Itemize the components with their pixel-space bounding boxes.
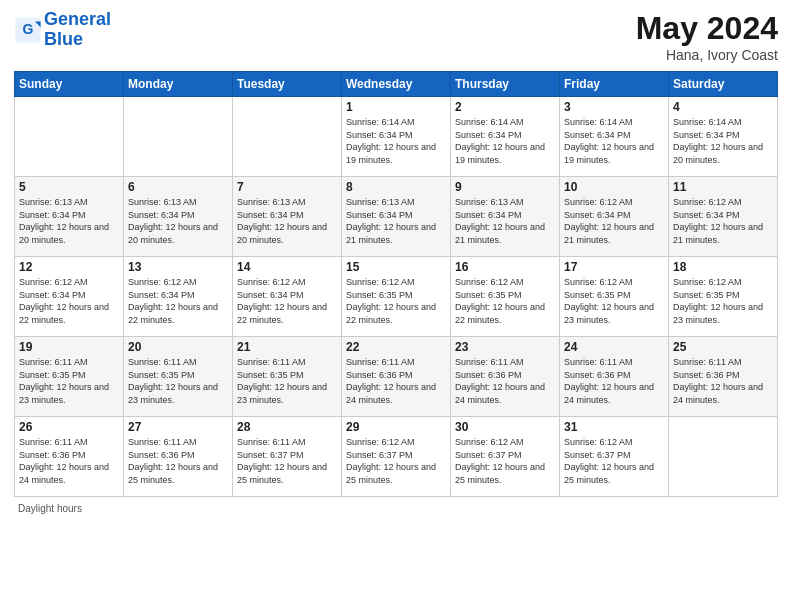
day-number: 20 (128, 340, 228, 354)
day-number: 25 (673, 340, 773, 354)
header: G General Blue May 2024 Hana, Ivory Coas… (14, 10, 778, 63)
day-cell: 16Sunrise: 6:12 AMSunset: 6:35 PMDayligh… (451, 257, 560, 337)
day-cell: 13Sunrise: 6:12 AMSunset: 6:34 PMDayligh… (124, 257, 233, 337)
day-number: 10 (564, 180, 664, 194)
day-number: 19 (19, 340, 119, 354)
day-number: 17 (564, 260, 664, 274)
day-info: Sunrise: 6:11 AMSunset: 6:35 PMDaylight:… (237, 356, 337, 406)
day-number: 12 (19, 260, 119, 274)
main-title: May 2024 (636, 10, 778, 47)
day-number: 14 (237, 260, 337, 274)
logo-general: General (44, 9, 111, 29)
day-info: Sunrise: 6:12 AMSunset: 6:34 PMDaylight:… (237, 276, 337, 326)
day-cell: 27Sunrise: 6:11 AMSunset: 6:36 PMDayligh… (124, 417, 233, 497)
day-cell: 4Sunrise: 6:14 AMSunset: 6:34 PMDaylight… (669, 97, 778, 177)
day-info: Sunrise: 6:12 AMSunset: 6:34 PMDaylight:… (564, 196, 664, 246)
day-cell: 8Sunrise: 6:13 AMSunset: 6:34 PMDaylight… (342, 177, 451, 257)
day-info: Sunrise: 6:12 AMSunset: 6:34 PMDaylight:… (128, 276, 228, 326)
calendar-table: SundayMondayTuesdayWednesdayThursdayFrid… (14, 71, 778, 497)
day-number: 18 (673, 260, 773, 274)
day-number: 30 (455, 420, 555, 434)
day-cell: 23Sunrise: 6:11 AMSunset: 6:36 PMDayligh… (451, 337, 560, 417)
day-number: 13 (128, 260, 228, 274)
day-info: Sunrise: 6:11 AMSunset: 6:36 PMDaylight:… (19, 436, 119, 486)
day-cell: 30Sunrise: 6:12 AMSunset: 6:37 PMDayligh… (451, 417, 560, 497)
day-cell: 21Sunrise: 6:11 AMSunset: 6:35 PMDayligh… (233, 337, 342, 417)
day-cell: 28Sunrise: 6:11 AMSunset: 6:37 PMDayligh… (233, 417, 342, 497)
day-cell (15, 97, 124, 177)
day-cell: 17Sunrise: 6:12 AMSunset: 6:35 PMDayligh… (560, 257, 669, 337)
day-info: Sunrise: 6:12 AMSunset: 6:34 PMDaylight:… (673, 196, 773, 246)
day-cell: 2Sunrise: 6:14 AMSunset: 6:34 PMDaylight… (451, 97, 560, 177)
day-info: Sunrise: 6:11 AMSunset: 6:35 PMDaylight:… (128, 356, 228, 406)
day-info: Sunrise: 6:13 AMSunset: 6:34 PMDaylight:… (128, 196, 228, 246)
week-row-1: 1Sunrise: 6:14 AMSunset: 6:34 PMDaylight… (15, 97, 778, 177)
day-info: Sunrise: 6:11 AMSunset: 6:36 PMDaylight:… (455, 356, 555, 406)
day-cell: 26Sunrise: 6:11 AMSunset: 6:36 PMDayligh… (15, 417, 124, 497)
day-info: Sunrise: 6:12 AMSunset: 6:37 PMDaylight:… (455, 436, 555, 486)
day-number: 4 (673, 100, 773, 114)
day-info: Sunrise: 6:11 AMSunset: 6:36 PMDaylight:… (128, 436, 228, 486)
day-info: Sunrise: 6:14 AMSunset: 6:34 PMDaylight:… (455, 116, 555, 166)
day-cell: 14Sunrise: 6:12 AMSunset: 6:34 PMDayligh… (233, 257, 342, 337)
day-number: 23 (455, 340, 555, 354)
day-info: Sunrise: 6:12 AMSunset: 6:37 PMDaylight:… (346, 436, 446, 486)
day-cell: 1Sunrise: 6:14 AMSunset: 6:34 PMDaylight… (342, 97, 451, 177)
day-number: 16 (455, 260, 555, 274)
col-header-friday: Friday (560, 72, 669, 97)
day-number: 2 (455, 100, 555, 114)
day-cell: 3Sunrise: 6:14 AMSunset: 6:34 PMDaylight… (560, 97, 669, 177)
day-cell (669, 417, 778, 497)
day-cell: 15Sunrise: 6:12 AMSunset: 6:35 PMDayligh… (342, 257, 451, 337)
day-info: Sunrise: 6:11 AMSunset: 6:37 PMDaylight:… (237, 436, 337, 486)
day-info: Sunrise: 6:13 AMSunset: 6:34 PMDaylight:… (19, 196, 119, 246)
footer: Daylight hours (14, 503, 778, 514)
day-info: Sunrise: 6:13 AMSunset: 6:34 PMDaylight:… (346, 196, 446, 246)
day-number: 22 (346, 340, 446, 354)
week-row-3: 12Sunrise: 6:12 AMSunset: 6:34 PMDayligh… (15, 257, 778, 337)
day-number: 9 (455, 180, 555, 194)
day-info: Sunrise: 6:12 AMSunset: 6:35 PMDaylight:… (564, 276, 664, 326)
svg-text:G: G (23, 21, 34, 37)
day-number: 8 (346, 180, 446, 194)
day-cell: 24Sunrise: 6:11 AMSunset: 6:36 PMDayligh… (560, 337, 669, 417)
day-info: Sunrise: 6:11 AMSunset: 6:36 PMDaylight:… (673, 356, 773, 406)
logo-blue: Blue (44, 29, 83, 49)
day-cell: 9Sunrise: 6:13 AMSunset: 6:34 PMDaylight… (451, 177, 560, 257)
col-header-thursday: Thursday (451, 72, 560, 97)
col-header-wednesday: Wednesday (342, 72, 451, 97)
day-number: 26 (19, 420, 119, 434)
day-cell (233, 97, 342, 177)
day-info: Sunrise: 6:12 AMSunset: 6:34 PMDaylight:… (19, 276, 119, 326)
week-row-5: 26Sunrise: 6:11 AMSunset: 6:36 PMDayligh… (15, 417, 778, 497)
logo-icon: G (14, 16, 42, 44)
day-number: 29 (346, 420, 446, 434)
col-header-sunday: Sunday (15, 72, 124, 97)
day-number: 28 (237, 420, 337, 434)
day-info: Sunrise: 6:13 AMSunset: 6:34 PMDaylight:… (237, 196, 337, 246)
day-number: 15 (346, 260, 446, 274)
day-number: 11 (673, 180, 773, 194)
day-cell: 18Sunrise: 6:12 AMSunset: 6:35 PMDayligh… (669, 257, 778, 337)
col-header-tuesday: Tuesday (233, 72, 342, 97)
day-number: 6 (128, 180, 228, 194)
header-row: SundayMondayTuesdayWednesdayThursdayFrid… (15, 72, 778, 97)
day-info: Sunrise: 6:14 AMSunset: 6:34 PMDaylight:… (673, 116, 773, 166)
day-number: 7 (237, 180, 337, 194)
day-cell: 7Sunrise: 6:13 AMSunset: 6:34 PMDaylight… (233, 177, 342, 257)
day-info: Sunrise: 6:11 AMSunset: 6:35 PMDaylight:… (19, 356, 119, 406)
day-cell: 5Sunrise: 6:13 AMSunset: 6:34 PMDaylight… (15, 177, 124, 257)
col-header-saturday: Saturday (669, 72, 778, 97)
day-info: Sunrise: 6:11 AMSunset: 6:36 PMDaylight:… (564, 356, 664, 406)
day-cell: 25Sunrise: 6:11 AMSunset: 6:36 PMDayligh… (669, 337, 778, 417)
day-cell: 10Sunrise: 6:12 AMSunset: 6:34 PMDayligh… (560, 177, 669, 257)
day-info: Sunrise: 6:13 AMSunset: 6:34 PMDaylight:… (455, 196, 555, 246)
week-row-2: 5Sunrise: 6:13 AMSunset: 6:34 PMDaylight… (15, 177, 778, 257)
day-cell: 29Sunrise: 6:12 AMSunset: 6:37 PMDayligh… (342, 417, 451, 497)
day-cell: 22Sunrise: 6:11 AMSunset: 6:36 PMDayligh… (342, 337, 451, 417)
day-cell: 11Sunrise: 6:12 AMSunset: 6:34 PMDayligh… (669, 177, 778, 257)
day-cell: 12Sunrise: 6:12 AMSunset: 6:34 PMDayligh… (15, 257, 124, 337)
day-number: 3 (564, 100, 664, 114)
day-info: Sunrise: 6:14 AMSunset: 6:34 PMDaylight:… (564, 116, 664, 166)
day-cell: 31Sunrise: 6:12 AMSunset: 6:37 PMDayligh… (560, 417, 669, 497)
